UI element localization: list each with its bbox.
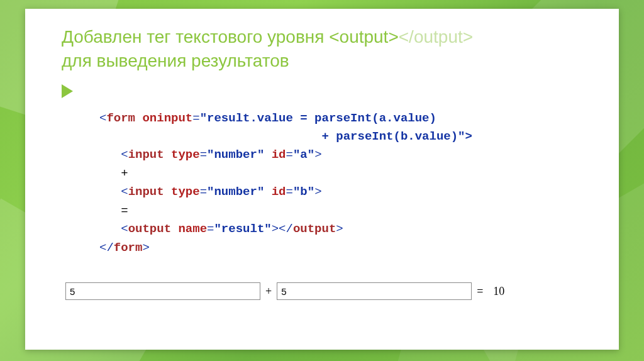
slide-title: Добавлен тег текстового уровня <output><… bbox=[62, 25, 590, 73]
code-val-type-b: "number" bbox=[207, 185, 264, 199]
render-plus: + bbox=[265, 285, 272, 298]
slide-card: Добавлен тег текстового уровня <output><… bbox=[25, 9, 619, 350]
code-block: <form oninput="result.value = parseInt(a… bbox=[99, 109, 590, 258]
code-tag-output: output bbox=[128, 222, 171, 236]
title-text-2: для выведения результатов bbox=[62, 51, 289, 70]
code-tag-input-a: input bbox=[128, 148, 164, 162]
title-tag-open: <output> bbox=[329, 27, 399, 47]
code-tag-output-close: output bbox=[293, 222, 336, 236]
rendered-form: + = 10 bbox=[65, 282, 590, 300]
code-val-name: "result" bbox=[214, 222, 271, 236]
code-tag-form: form bbox=[106, 111, 135, 125]
code-attr-id-b: id bbox=[272, 185, 286, 199]
code-attr-type-b: type bbox=[171, 185, 200, 199]
play-icon bbox=[62, 84, 73, 98]
code-attr-type-a: type bbox=[171, 148, 200, 162]
code-plus: + bbox=[121, 167, 128, 181]
input-b[interactable] bbox=[277, 282, 472, 300]
code-attr-name: name bbox=[178, 222, 207, 236]
code-tag-input-b: input bbox=[128, 185, 164, 199]
code-attr-oninput: oninput bbox=[142, 111, 192, 125]
code-val-type-a: "number" bbox=[207, 148, 264, 162]
code-val-id-b: "b" bbox=[293, 185, 314, 199]
input-a[interactable] bbox=[65, 282, 260, 300]
render-eq: = bbox=[477, 285, 483, 298]
code-val-2: + parseInt(b.value)"> bbox=[321, 130, 472, 143]
code-val-id-a: "a" bbox=[293, 148, 314, 162]
title-tag-close: </output> bbox=[399, 27, 473, 47]
code-tag-form-close: form bbox=[114, 241, 143, 255]
code-attr-id-a: id bbox=[272, 148, 286, 162]
title-text-1: Добавлен тег текстового уровня bbox=[62, 27, 329, 47]
code-eq: = bbox=[121, 204, 128, 218]
render-result: 10 bbox=[493, 285, 504, 298]
code-val-1: "result.value = parseInt(a.value) bbox=[200, 111, 436, 125]
